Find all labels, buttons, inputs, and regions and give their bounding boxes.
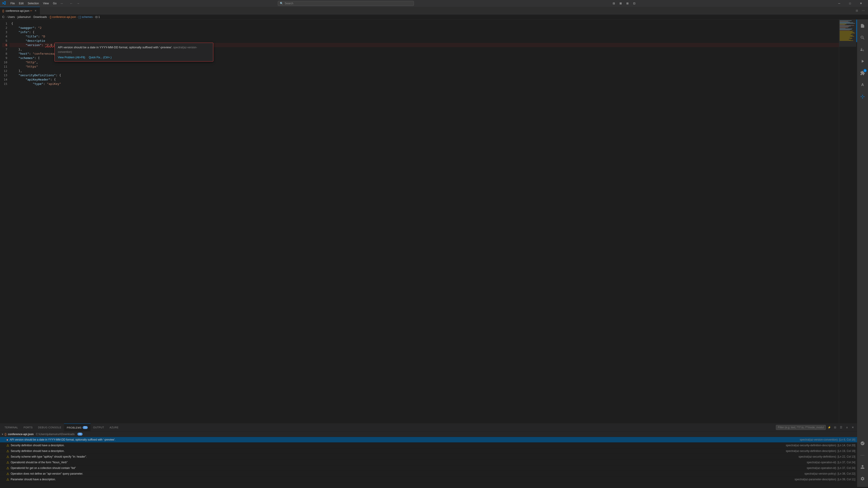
split-right-icon[interactable]: ⊟ <box>854 8 860 13</box>
menu-more[interactable]: ··· <box>59 1 65 5</box>
problem-item-0[interactable]: ● API version should be a date in YYYY-M… <box>0 437 857 443</box>
close-button[interactable]: ✕ <box>856 0 866 7</box>
maximize-button[interactable]: □ <box>845 0 855 7</box>
menu-bar: File Edit Selection View Go ··· <box>9 1 65 5</box>
code-line-15: "type": "apiKey" <box>9 82 839 86</box>
menu-go[interactable]: Go <box>51 1 58 5</box>
filter-icon[interactable]: ⚡ <box>827 425 832 430</box>
problems-list[interactable]: ▾ {} conference-api.json C:\Users\juliam… <box>0 431 857 487</box>
activity-source-control[interactable] <box>857 44 868 55</box>
collapse-all-icon[interactable]: ⊟ <box>833 425 838 430</box>
activity-extensions[interactable]: 1 <box>857 68 868 78</box>
tab-debug-console[interactable]: DEBUG CONSOLE <box>35 424 64 431</box>
problem-item-6[interactable]: ⚠ Operation does not define an "api-vers… <box>0 471 857 477</box>
search-bar[interactable]: 🔍 Search <box>278 1 414 6</box>
activity-check[interactable] <box>857 438 868 449</box>
problem-message-5: OperationId for get on a collection shou… <box>11 466 804 469</box>
activity-graph[interactable] <box>857 91 868 102</box>
problem-item-2[interactable]: ⚠ Security definition should have a desc… <box>0 448 857 454</box>
code-line-11: "https" <box>9 64 839 69</box>
menu-file[interactable]: File <box>9 1 17 5</box>
bottom-panel: TERMINAL PORTS DEBUG CONSOLE PROBLEMS 73… <box>0 423 857 487</box>
line-numbers: 1 2 3 4 5 6 7 8 9 10 11 12 13 14 15 <box>0 20 9 423</box>
warning-icon-5: ⚠ <box>6 466 9 470</box>
sort-icon[interactable]: ☰ <box>838 425 843 430</box>
minimize-button[interactable]: ─ <box>834 0 844 7</box>
nav-forward-button[interactable]: → <box>75 1 81 6</box>
problems-file-header[interactable]: ▾ {} conference-api.json C:\Users\juliam… <box>0 431 857 437</box>
menu-selection[interactable]: Selection <box>26 1 41 5</box>
tab-azure[interactable]: AZURE <box>107 424 121 431</box>
customize-layout-icon[interactable]: ⊡ <box>631 1 637 6</box>
tab-bar-actions: ⊟ ··· <box>854 8 868 13</box>
split-editor-icon[interactable]: ⊟ <box>611 1 617 6</box>
problem-message-3: Security scheme with type "apiKey" shoul… <box>11 455 796 458</box>
tab-problems[interactable]: PROBLEMS 73 <box>64 424 90 431</box>
minimap[interactable] <box>839 20 857 423</box>
activity-search[interactable] <box>857 32 868 43</box>
vscode-logo-icon <box>2 1 6 6</box>
toggle-panel-icon[interactable]: ⊠ <box>618 1 624 6</box>
problem-item-7[interactable]: ⚠ Parameter should have a description. s… <box>0 477 857 482</box>
code-line-2: "swagger": "2 <box>9 26 839 30</box>
tab-label: conference-api.json <box>6 9 30 12</box>
problem-rule-2: spectral(az-security-definition-descript… <box>786 449 836 453</box>
activity-explorer[interactable] <box>857 21 868 31</box>
quick-fix-link[interactable]: Quick Fix... (Ctrl+.) <box>89 56 112 59</box>
file-name: conference-api.json <box>8 433 34 436</box>
breadcrumb-users[interactable]: Users <box>8 15 15 19</box>
problem-rule-4: spectral(az-operation-id) <box>807 461 836 464</box>
close-panel-icon[interactable]: ✕ <box>850 425 855 430</box>
problem-item-3[interactable]: ⚠ Security scheme with type "apiKey" sho… <box>0 454 857 460</box>
toggle-sidebar-icon[interactable]: ⊞ <box>624 1 630 6</box>
code-editor[interactable]: 1 2 3 4 5 6 7 8 9 10 11 12 13 14 15 <box>0 20 839 423</box>
svg-point-0 <box>861 96 862 97</box>
problem-item-4[interactable]: ⚠ OperationId should be of the form "Nou… <box>0 460 857 465</box>
problem-message-1: Security definition should have a descri… <box>11 444 783 447</box>
search-placeholder: Search <box>285 2 293 5</box>
code-line-13: "securityDefinitions": { <box>9 73 839 77</box>
breadcrumb-index[interactable]: ⊡ 1 <box>95 15 100 19</box>
title-bar-icons: ⊟ ⊠ ⊞ ⊡ <box>611 1 637 6</box>
warning-icon: ⚠ <box>6 444 9 447</box>
breadcrumb-username[interactable]: juliamuiruri <box>18 15 31 19</box>
activity-account[interactable] <box>857 461 868 473</box>
svg-point-1 <box>862 95 863 96</box>
svg-point-3 <box>862 98 863 99</box>
problem-rule-1: spectral(az-security-definition-descript… <box>786 444 836 447</box>
activity-run[interactable] <box>857 56 868 67</box>
tab-conference-api[interactable]: {} conference-api.json 9+ ✕ <box>0 7 40 15</box>
problem-item-5[interactable]: ⚠ OperationId for get on a collection sh… <box>0 465 857 471</box>
activity-settings[interactable] <box>857 473 868 484</box>
file-icon: {} <box>4 432 7 436</box>
file-problems-count: 73 <box>78 433 83 435</box>
breadcrumb-schemes[interactable]: [ ] schemes <box>79 15 93 19</box>
tab-file-icon: {} <box>2 9 4 12</box>
tab-output[interactable]: OUTPUT <box>91 424 107 431</box>
problem-popup: API version should be a date in YYYY-MM-… <box>55 43 213 62</box>
nav-back-button[interactable]: ← <box>68 1 74 6</box>
activity-spectral[interactable]: A <box>857 79 868 90</box>
menu-view[interactable]: View <box>41 1 51 5</box>
breadcrumb-file[interactable]: {} conference-api.json <box>50 15 76 19</box>
more-actions-icon[interactable]: ··· <box>860 8 866 13</box>
problem-rule-5: spectral(az-operation-id) <box>807 466 836 469</box>
tab-ports[interactable]: PORTS <box>21 424 35 431</box>
view-problem-link[interactable]: View Problem (Alt+F8) <box>58 56 85 59</box>
problem-item-1[interactable]: ⚠ Security definition should have a desc… <box>0 443 857 448</box>
warning-icon-6: ⚠ <box>6 472 9 476</box>
breadcrumb-downloads[interactable]: Downloads <box>33 15 47 19</box>
code-line-1: { <box>9 21 839 26</box>
problem-message-2: Security definition should have a descri… <box>11 449 783 453</box>
warning-icon-2: ⚠ <box>6 449 9 453</box>
expand-icon[interactable]: ∧ <box>844 425 849 430</box>
tab-close-button[interactable]: ✕ <box>34 9 37 13</box>
problem-location-5: [Ln 37, Col 24] <box>838 466 855 469</box>
breadcrumb-c[interactable]: C: <box>2 15 5 19</box>
problem-location-6: [Ln 38, Col 22] <box>838 472 855 475</box>
menu-edit[interactable]: Edit <box>17 1 25 5</box>
problems-filter-input[interactable] <box>776 425 826 430</box>
problem-location-3: [Ln 22, Col 13] <box>838 455 855 458</box>
tab-terminal[interactable]: TERMINAL <box>2 424 21 431</box>
activity-more[interactable]: ··· <box>857 450 868 460</box>
